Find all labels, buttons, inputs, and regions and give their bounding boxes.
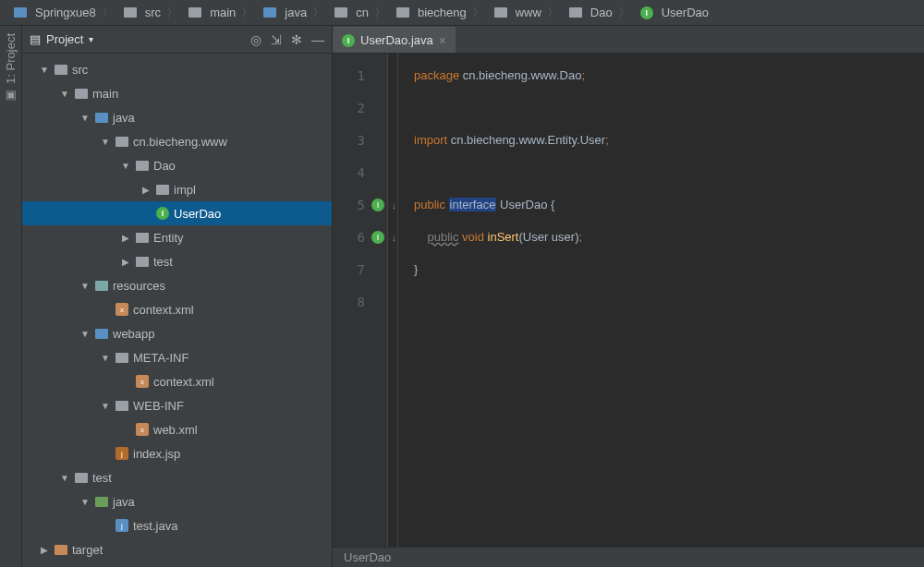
code-content[interactable]: package cn.biecheng.www.Dao;import cn.bi… — [388, 54, 924, 567]
tree-arrow-icon[interactable]: ▼ — [79, 281, 91, 291]
tree-item-label: WEB-INF — [133, 399, 184, 413]
code-line[interactable]: package cn.biecheng.www.Dao; — [414, 59, 924, 91]
tree-item[interactable]: jindex.jsp — [22, 441, 332, 465]
project-panel: ▤ Project ▾ ◎ ⇲ ✻ — ▼src▼main▼java▼cn.bi… — [22, 26, 333, 567]
code-line[interactable] — [414, 285, 924, 318]
breadcrumb-item[interactable]: main — [180, 6, 239, 20]
tree-arrow-icon[interactable]: ▼ — [100, 137, 111, 147]
breadcrumb-item[interactable]: java — [255, 6, 310, 20]
tree-item-label: META-INF — [133, 351, 188, 365]
folder-icon — [188, 7, 201, 18]
tree-arrow-icon[interactable]: ▼ — [79, 113, 91, 123]
tree-arrow-icon[interactable]: ▼ — [100, 401, 111, 411]
tree-item[interactable]: ▼resources — [22, 273, 332, 297]
code-line[interactable] — [414, 156, 924, 188]
interface-icon: I — [640, 6, 653, 19]
tree-arrow-icon[interactable]: ▶ — [120, 257, 131, 267]
main-area: ▤ Project ▾ ◎ ⇲ ✻ — ▼src▼main▼java▼cn.bi… — [22, 26, 924, 567]
collapse-icon[interactable]: ⇲ — [271, 32, 282, 47]
code-line[interactable] — [414, 91, 924, 124]
breadcrumb-item[interactable]: IUserDao — [632, 6, 712, 20]
tree-item[interactable]: IUserDao — [22, 201, 332, 225]
tree-item[interactable]: xcontext.xml — [22, 297, 332, 321]
line-number: 1 — [333, 59, 387, 91]
tree-item[interactable]: jtest.java — [22, 513, 332, 537]
tree-item-label: UserDao — [174, 207, 221, 221]
tree-item[interactable]: ▼cn.biecheng.www — [22, 129, 332, 153]
line-number: 8 — [333, 285, 387, 318]
interface-icon: I — [342, 34, 355, 47]
project-icon: ▤ — [30, 32, 41, 46]
chevron-right-icon: 〉 — [239, 5, 255, 21]
line-number: 6I↓ — [333, 221, 387, 253]
tree-item[interactable]: ▶impl — [22, 177, 332, 201]
close-icon[interactable]: × — [439, 33, 446, 48]
gear-icon[interactable]: ✻ — [291, 32, 302, 47]
tree-item[interactable]: ▼WEB-INF — [22, 393, 332, 417]
tree-arrow-icon[interactable]: ▼ — [79, 497, 91, 507]
tree-arrow-icon[interactable]: ▶ — [39, 545, 50, 555]
tree-item[interactable]: ▼src — [22, 57, 332, 81]
tree-item-label: index.jsp — [133, 447, 180, 461]
project-tool-label: 1: Project — [4, 33, 18, 84]
tree-arrow-icon[interactable]: ▼ — [120, 161, 131, 171]
breadcrumb-item[interactable]: Springxue8 — [6, 6, 100, 20]
editor-tab-bar: I UserDao.java × — [333, 26, 924, 54]
breadcrumb-item[interactable]: cn — [326, 6, 372, 20]
tree-item[interactable]: ▶target — [22, 537, 332, 561]
implements-marker-icon[interactable]: I — [371, 231, 384, 244]
tree-item[interactable]: xcontext.xml — [22, 369, 332, 393]
hide-icon[interactable]: — — [311, 32, 324, 47]
left-tool-gutter[interactable]: ▣ 1: Project — [0, 26, 22, 567]
tree-item[interactable]: ▶Entity — [22, 225, 332, 249]
folder-icon — [116, 353, 128, 363]
project-panel-title[interactable]: ▤ Project ▾ — [30, 32, 245, 46]
tree-item[interactable]: ▼main — [22, 81, 332, 105]
tree-item[interactable]: ▼Dao — [22, 153, 332, 177]
implements-marker-icon[interactable]: I — [371, 199, 384, 211]
chevron-right-icon: 〉 — [164, 5, 180, 21]
jsp-file-icon: j — [116, 447, 128, 460]
tree-item[interactable]: ▼java — [22, 489, 332, 513]
folder-icon — [95, 281, 108, 291]
tree-arrow-icon[interactable]: ▶ — [120, 233, 131, 243]
code-line[interactable]: } — [414, 253, 924, 285]
tree-arrow-icon[interactable]: ▼ — [79, 329, 91, 339]
tree-item[interactable]: ▼java — [22, 105, 332, 129]
tree-item-label: target — [72, 543, 103, 557]
folder-icon: ▣ — [4, 90, 18, 103]
tree-item[interactable]: ▼test — [22, 465, 332, 489]
line-number: 5I↓ — [333, 188, 387, 221]
tree-arrow-icon[interactable]: ▼ — [59, 89, 70, 99]
tree-item-label: test — [153, 255, 173, 269]
folder-icon — [263, 7, 276, 18]
chevron-right-icon: 〉 — [100, 5, 116, 21]
breadcrumb-item[interactable]: www — [486, 6, 545, 20]
tree-item[interactable]: xweb.xml — [22, 417, 332, 441]
editor-status-breadcrumb[interactable]: UserDao — [333, 547, 924, 567]
tree-item[interactable]: ▼webapp — [22, 321, 332, 345]
code-line[interactable]: import cn.biecheng.www.Entity.User; — [414, 124, 924, 156]
editor-body[interactable]: 12345I↓6I↓78 package cn.biecheng.www.Dao… — [333, 54, 924, 567]
project-tool-button[interactable]: ▣ 1: Project — [0, 26, 21, 111]
project-tree[interactable]: ▼src▼main▼java▼cn.biecheng.www▼Dao▶implI… — [22, 54, 332, 567]
folder-icon — [494, 7, 507, 18]
tree-arrow-icon[interactable]: ▼ — [100, 353, 111, 363]
breadcrumb-item[interactable]: biecheng — [388, 6, 470, 20]
code-line[interactable]: public interface UserDao { — [414, 188, 924, 221]
folder-icon — [136, 257, 149, 267]
code-line[interactable]: public void inSert(User user); — [414, 221, 924, 253]
line-gutter: 12345I↓6I↓78 — [333, 54, 388, 567]
tree-arrow-icon[interactable]: ▼ — [59, 473, 70, 483]
folder-icon — [116, 401, 128, 411]
tab-userdao[interactable]: I UserDao.java × — [333, 27, 456, 53]
locate-icon[interactable]: ◎ — [250, 32, 261, 47]
tree-item[interactable]: ▼META-INF — [22, 345, 332, 369]
breadcrumb-item[interactable]: src — [116, 6, 164, 20]
tree-arrow-icon[interactable]: ▼ — [39, 65, 50, 75]
breadcrumb-item[interactable]: Dao — [561, 6, 616, 20]
tree-item-label: java — [113, 495, 135, 509]
xml-file-icon: x — [116, 303, 128, 316]
tree-arrow-icon[interactable]: ▶ — [140, 185, 152, 195]
tree-item[interactable]: ▶test — [22, 249, 332, 273]
